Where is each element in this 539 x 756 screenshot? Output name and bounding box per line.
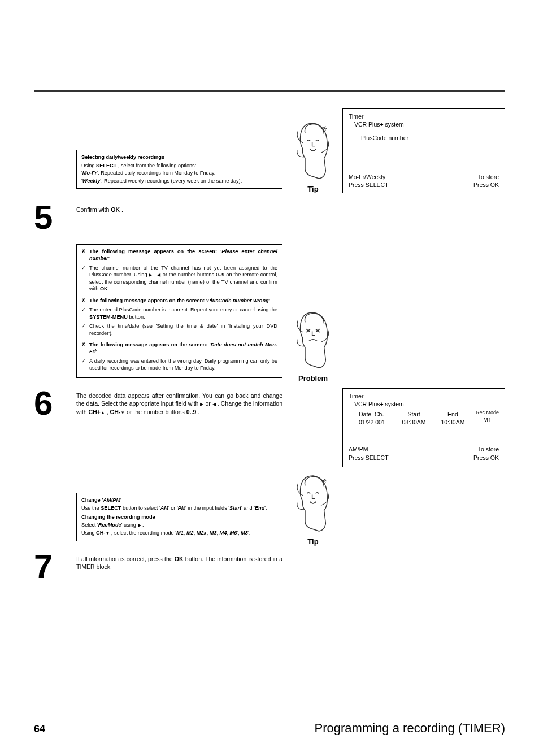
step-5-number: 5 <box>34 202 76 233</box>
text: Using <box>81 163 96 168</box>
text: Using <box>81 530 96 536</box>
page-number: 64 <box>34 723 45 735</box>
v-end: 10:30AM <box>437 418 469 426</box>
screen-1: Timer VCR Plus+ system PlusCode number -… <box>342 108 505 193</box>
m3: M3 <box>210 530 217 536</box>
problem-msg-2c: ' <box>269 298 270 303</box>
tip2-title-b: AM/PM <box>103 497 120 503</box>
ok-button-label: OK <box>100 286 108 292</box>
v-ch: 001 <box>375 419 385 425</box>
text: button. <box>128 314 145 320</box>
tip-head-icon <box>293 119 333 183</box>
screen-2-bl2: Press SELECT <box>349 454 389 462</box>
screen-2: Timer VCR Plus+ system Date Ch. 01/22 00… <box>342 388 505 467</box>
screen-2-br2: Press OK <box>473 454 499 462</box>
h-rec: Rec Mode <box>476 410 499 416</box>
option-mo-fr: Mo-Fr <box>82 170 97 176</box>
end-label: End <box>255 505 264 511</box>
ch-minus-label: CH- <box>110 409 121 415</box>
screen-1-dashes: - - - - - - - - - <box>349 142 499 150</box>
am-label: AM <box>160 505 168 511</box>
number-buttons-label: 0..9 <box>216 272 224 277</box>
problem-sol-4: A daily recording was entered for the wr… <box>89 358 277 371</box>
tip-box-1: Selecting daily/weekly recordings Using … <box>76 150 282 189</box>
tip2-title-a: Change ' <box>81 497 103 503</box>
text: ' in the input fields ' <box>186 505 230 511</box>
text: '. <box>264 505 267 511</box>
problem-sol-2a: The entered PlusCode number is incorrect… <box>89 307 277 312</box>
screen-1-title: Timer <box>349 112 499 120</box>
problem-sol-3: Check the time/date (see 'Setting the ti… <box>89 323 277 336</box>
chapter-title: Programming a recording (TIMER) <box>315 721 505 736</box>
step-6-number: 6 <box>34 388 76 419</box>
text: , select the recording mode ' <box>110 530 176 536</box>
text: Use the <box>81 505 101 511</box>
text: , select from the following options: <box>116 163 196 168</box>
problem-msg-1a: The following message appears on the scr… <box>89 249 221 254</box>
text: Select ' <box>81 522 98 528</box>
h-end: End <box>437 410 469 418</box>
ch-plus-label: CH+ <box>89 409 101 415</box>
step-7-text: If all information is correct, press the <box>76 555 175 562</box>
system-menu-button-label: SYSTEM-MENU <box>89 314 128 320</box>
tip-box-1-title: Selecting daily/weekly recordings <box>81 154 277 160</box>
recmode-label: RecMode <box>98 522 121 528</box>
text: or <box>203 400 212 407</box>
screen-1-bl1: Mo-Fr/Weekly <box>349 173 389 181</box>
screen-2-br1: To store <box>473 445 499 453</box>
screen-2-subtitle: VCR Plus+ system <box>349 400 499 408</box>
tip2-title2: Changing the recording mode <box>81 514 277 520</box>
top-rule <box>34 90 505 92</box>
m2: M2 <box>186 530 194 536</box>
m8: M8 <box>241 530 248 536</box>
screen-1-bl2: Press SELECT <box>349 181 389 189</box>
tip-box-2: Change 'AM/PM' Use the SELECT button to … <box>76 493 282 541</box>
text: button to select ' <box>121 505 160 511</box>
problem-box: The following message appears on the scr… <box>76 244 282 378</box>
text: . <box>141 522 144 528</box>
text: or the number buttons <box>161 272 216 277</box>
h-ch: Ch. <box>375 411 384 418</box>
select-button-label: SELECT <box>101 505 121 511</box>
ok-button-label: OK <box>111 206 120 213</box>
tip-head-icon <box>293 472 333 535</box>
text: '. <box>248 530 250 536</box>
problem-msg-3c: ' <box>96 349 97 354</box>
problem-msg-1c: ' <box>108 255 110 261</box>
h-start: Start <box>398 410 430 418</box>
text: ': Repeated weekly recordings (every wee… <box>100 178 242 184</box>
text: , <box>105 409 110 415</box>
start-label: Start <box>229 505 241 511</box>
problem-head-icon <box>293 309 333 372</box>
problem-msg-2a: The following message appears on the scr… <box>89 298 207 303</box>
text: ' using <box>121 522 138 528</box>
tip-label: Tip <box>290 537 336 546</box>
pm-label: PM <box>178 505 186 511</box>
screen-2-title: Timer <box>349 392 499 400</box>
text: or the number buttons <box>125 409 186 415</box>
ch-minus-label: CH- <box>96 530 105 536</box>
screen-1-subtitle: VCR Plus+ system <box>349 120 499 128</box>
screen-1-br2: Press OK <box>473 181 499 189</box>
tip-label: Tip <box>290 185 336 193</box>
ok-button-label: OK <box>175 555 184 562</box>
text: ' or ' <box>168 505 178 511</box>
up-arrow-icon <box>101 409 105 415</box>
v-rec: M1 <box>476 416 499 424</box>
down-arrow-icon <box>120 409 125 415</box>
v-start: 08:30AM <box>398 418 430 426</box>
select-button-label: SELECT <box>96 163 116 168</box>
screen-1-br1: To store <box>473 173 499 181</box>
screen-1-pluscode-label: PlusCode number <box>349 134 499 142</box>
m1: M1 <box>176 530 184 536</box>
tip2-title-c: ' <box>120 497 121 503</box>
v-date: 01/22 <box>359 419 373 425</box>
option-weekly: Weekly <box>82 178 101 184</box>
m2x: M2x <box>197 530 207 536</box>
problem-msg-3a: The following message appears on the scr… <box>89 342 211 347</box>
problem-msg-2b: PlusCode number wrong <box>207 298 269 303</box>
step-5-text-end: . <box>120 206 123 213</box>
m4: M4 <box>220 530 227 536</box>
number-buttons-label: 0..9 <box>186 409 197 415</box>
text: ': Repeated daily recordings from Monday… <box>97 170 215 176</box>
